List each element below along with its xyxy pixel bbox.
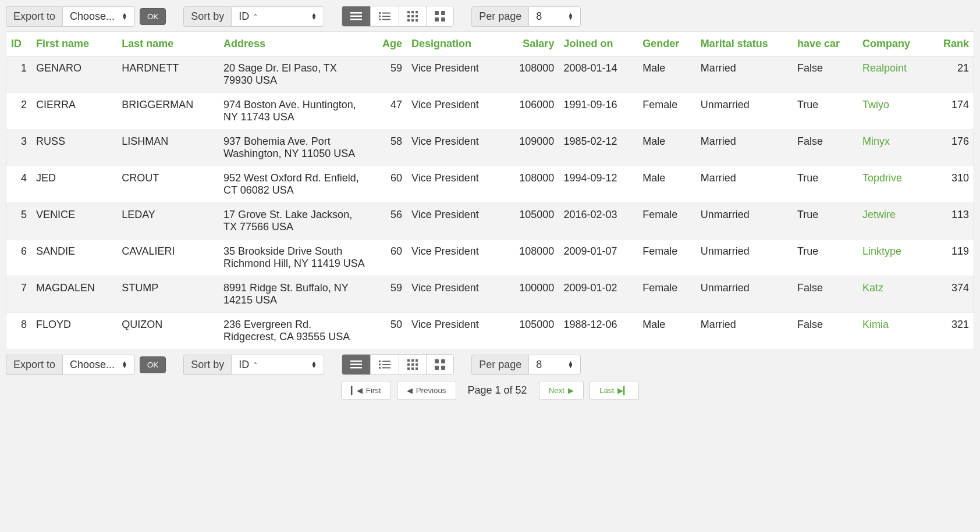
previous-page-button[interactable]: ◀ Previous bbox=[397, 381, 456, 400]
export-select[interactable]: Choose... ▲▼ bbox=[62, 6, 135, 27]
cell-last-name: HARDNETT bbox=[117, 56, 219, 93]
svg-rect-29 bbox=[379, 367, 381, 369]
cell-designation: Vice President bbox=[407, 130, 503, 166]
export-select[interactable]: Choose... ▲▼ bbox=[62, 355, 135, 375]
cell-company[interactable]: Kimia bbox=[858, 313, 929, 349]
cell-company[interactable]: Topdrive bbox=[858, 166, 929, 203]
next-page-button[interactable]: Next ▶ bbox=[539, 381, 584, 400]
svg-rect-14 bbox=[416, 15, 418, 17]
col-designation[interactable]: Designation bbox=[407, 32, 503, 56]
col-have-car[interactable]: have car bbox=[793, 32, 858, 56]
caret-updown-icon: ▲▼ bbox=[122, 13, 127, 20]
table-row: 1GENAROHARDNETT20 Sage Dr. El Paso, TX 7… bbox=[6, 56, 974, 93]
col-id[interactable]: ID bbox=[6, 32, 31, 56]
svg-rect-27 bbox=[379, 364, 381, 366]
cell-marital-status: Married bbox=[696, 313, 793, 349]
view-detail-button[interactable] bbox=[371, 355, 399, 374]
col-first-name[interactable]: First name bbox=[31, 32, 117, 56]
cell-last-name: LEDAY bbox=[117, 203, 219, 240]
view-grid-large-button[interactable] bbox=[427, 355, 453, 374]
svg-rect-19 bbox=[441, 11, 445, 15]
sort-asc-icon: ˄ bbox=[251, 13, 257, 22]
cell-company[interactable]: Linktype bbox=[858, 240, 929, 276]
view-detail-button[interactable] bbox=[371, 6, 399, 26]
svg-rect-10 bbox=[411, 11, 414, 13]
svg-rect-43 bbox=[441, 366, 445, 370]
view-mode-group bbox=[342, 6, 454, 27]
cell-company[interactable]: Realpoint bbox=[858, 56, 929, 93]
cell-last-name: STUMP bbox=[117, 276, 219, 313]
cell-age: 59 bbox=[370, 56, 407, 93]
export-ok-button[interactable]: OK bbox=[140, 8, 166, 25]
col-marital-status[interactable]: Marital status bbox=[696, 32, 793, 56]
first-page-button[interactable]: ▎◀ First bbox=[341, 381, 391, 400]
cell-designation: Vice President bbox=[407, 240, 503, 276]
perpage-label: Per page bbox=[471, 6, 528, 27]
cell-age: 50 bbox=[370, 313, 407, 349]
view-list-button[interactable] bbox=[342, 6, 371, 26]
cell-marital-status: Unmarried bbox=[696, 203, 793, 240]
perpage-select[interactable]: 8 ▲▼ bbox=[528, 355, 581, 375]
export-label: Export to bbox=[6, 6, 62, 27]
view-list-button[interactable] bbox=[342, 355, 371, 374]
svg-rect-31 bbox=[407, 359, 410, 362]
cell-joined-on: 2016-02-03 bbox=[559, 203, 638, 240]
caret-updown-icon: ▲▼ bbox=[122, 361, 127, 368]
col-age[interactable]: Age bbox=[370, 32, 407, 56]
cell-company[interactable]: Jetwire bbox=[858, 203, 929, 240]
cell-company[interactable]: Katz bbox=[858, 276, 929, 313]
first-label: First bbox=[366, 386, 381, 395]
cell-salary: 108000 bbox=[503, 166, 559, 203]
next-icon: ▶ bbox=[568, 386, 574, 395]
col-rank[interactable]: Rank bbox=[929, 32, 974, 56]
view-grid-small-button[interactable] bbox=[399, 355, 427, 374]
cell-address: 8991 Ridge St. Buffalo, NY 14215 USA bbox=[219, 276, 370, 313]
sort-select[interactable]: ID ˄ ▲▼ bbox=[231, 6, 324, 27]
cell-gender: Male bbox=[638, 56, 695, 93]
caret-updown-icon: ▲▼ bbox=[311, 361, 317, 368]
last-icon: ▶▎ bbox=[617, 386, 629, 395]
sort-asc-icon: ˄ bbox=[251, 362, 257, 370]
cell-company[interactable]: Minyx bbox=[858, 130, 929, 166]
cell-first-name: RUSS bbox=[31, 130, 117, 166]
grid-large-icon bbox=[435, 11, 445, 22]
cell-marital-status: Married bbox=[696, 56, 793, 93]
svg-rect-2 bbox=[350, 19, 362, 20]
col-last-name[interactable]: Last name bbox=[117, 32, 219, 56]
svg-rect-25 bbox=[379, 360, 381, 362]
cell-marital-status: Married bbox=[696, 130, 793, 166]
view-grid-large-button[interactable] bbox=[427, 6, 453, 26]
table-row: 5VENICELEDAY17 Grove St. Lake Jackson, T… bbox=[6, 203, 974, 240]
table-row: 8FLOYDQUIZON236 Evergreen Rd. Ridgecrest… bbox=[6, 313, 974, 349]
cell-joined-on: 1985-02-12 bbox=[559, 130, 638, 166]
cell-company[interactable]: Twiyo bbox=[858, 93, 929, 130]
cell-id: 8 bbox=[6, 313, 31, 349]
export-select-value: Choose... bbox=[70, 359, 115, 371]
svg-rect-5 bbox=[379, 16, 381, 17]
cell-last-name: QUIZON bbox=[117, 313, 219, 349]
grid-large-icon bbox=[435, 359, 445, 370]
svg-rect-37 bbox=[407, 367, 410, 370]
view-grid-small-button[interactable] bbox=[399, 6, 427, 26]
export-ok-button[interactable]: OK bbox=[140, 356, 166, 373]
cell-salary: 105000 bbox=[503, 203, 559, 240]
caret-updown-icon: ▲▼ bbox=[311, 13, 317, 20]
cell-age: 59 bbox=[370, 276, 407, 313]
cell-first-name: MAGDALEN bbox=[31, 276, 117, 313]
cell-gender: Female bbox=[638, 276, 695, 313]
col-joined-on[interactable]: Joined on bbox=[559, 32, 638, 56]
detail-list-icon bbox=[379, 360, 390, 369]
perpage-group: Per page 8 ▲▼ bbox=[471, 6, 581, 27]
previous-label: Previous bbox=[416, 386, 446, 395]
last-page-button[interactable]: Last ▶▎ bbox=[590, 381, 639, 400]
col-company[interactable]: Company bbox=[858, 32, 929, 56]
svg-rect-40 bbox=[435, 359, 439, 363]
perpage-select[interactable]: 8 ▲▼ bbox=[528, 6, 581, 27]
cell-gender: Female bbox=[638, 240, 695, 276]
export-select-value: Choose... bbox=[70, 10, 115, 23]
col-salary[interactable]: Salary bbox=[503, 32, 559, 56]
col-address[interactable]: Address bbox=[219, 32, 370, 56]
svg-rect-42 bbox=[435, 366, 439, 370]
sort-select[interactable]: ID ˄ ▲▼ bbox=[231, 355, 324, 375]
col-gender[interactable]: Gender bbox=[638, 32, 695, 56]
